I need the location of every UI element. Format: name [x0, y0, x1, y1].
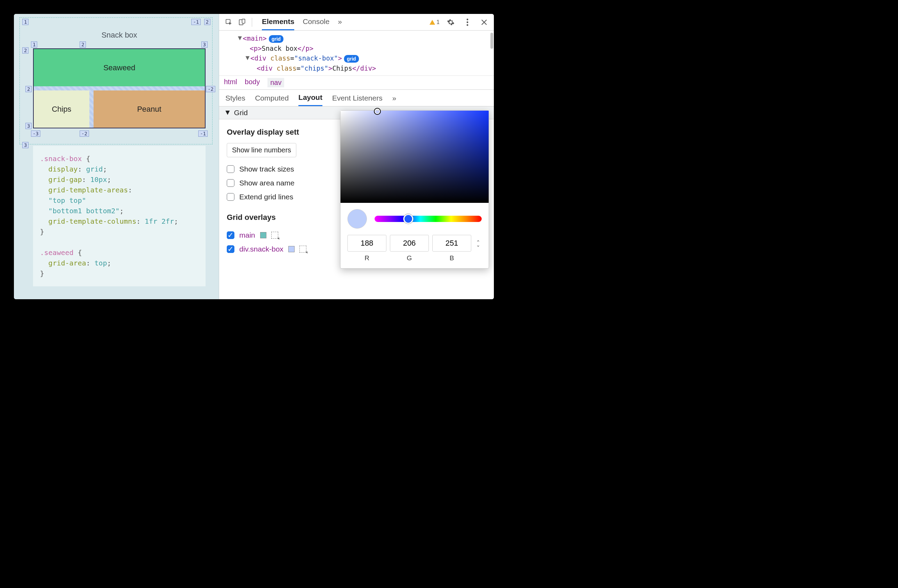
- overlay-color-swatch[interactable]: [288, 246, 295, 252]
- grid-cell-seaweed: Seaweed: [34, 49, 205, 86]
- checkbox[interactable]: [227, 165, 234, 173]
- dom-tag[interactable]: div: [260, 65, 272, 72]
- r-input[interactable]: 188: [348, 235, 386, 252]
- checkbox-label: Show area name: [239, 179, 295, 187]
- section-title: Grid: [234, 109, 248, 117]
- hue-slider[interactable]: [375, 216, 482, 222]
- devtools-window: 1 -1 2 2 3 Snack box 1 2 3 2 -2 3 -3 -2 …: [14, 14, 494, 299]
- disclosure-triangle-icon: ▼: [224, 108, 231, 117]
- scrollbar-thumb[interactable]: [491, 33, 493, 49]
- css-val: "bottom1 bottom2": [48, 207, 120, 215]
- g-input[interactable]: 206: [390, 235, 429, 252]
- dom-tag[interactable]: main: [247, 34, 263, 42]
- css-prop: display: [48, 165, 78, 173]
- checkbox[interactable]: ✓: [227, 245, 234, 253]
- svg-point-4: [467, 21, 469, 23]
- hue-row: [340, 203, 489, 235]
- b-label: B: [432, 254, 471, 262]
- r-label: R: [348, 254, 386, 262]
- sv-handle[interactable]: [374, 108, 381, 115]
- overlay-highlight-icon[interactable]: [271, 232, 278, 239]
- divider: [252, 18, 252, 27]
- settings-icon[interactable]: [445, 17, 456, 28]
- grid-marker: 1: [31, 42, 37, 48]
- svg-rect-2: [242, 19, 245, 23]
- breadcrumb-item-active[interactable]: nav: [268, 78, 284, 87]
- tab-event-listeners[interactable]: Event Listeners: [332, 91, 383, 106]
- css-prop: grid-area: [48, 259, 86, 267]
- overlay-highlight-icon[interactable]: [300, 246, 306, 252]
- checkbox[interactable]: [227, 179, 234, 187]
- breadcrumb-item[interactable]: html: [224, 78, 237, 87]
- dom-breadcrumb: html body nav: [219, 76, 494, 90]
- styles-subtabs: Styles Computed Layout Event Listeners »: [219, 90, 494, 106]
- color-mode-switcher[interactable]: ⌃⌄: [475, 241, 482, 246]
- b-input[interactable]: 251: [432, 235, 471, 252]
- tab-more[interactable]: »: [338, 14, 342, 30]
- g-label: G: [390, 254, 429, 262]
- overlay-element-link[interactable]: main: [239, 231, 255, 239]
- rgb-inputs: 188R 206G 251B ⌃⌄: [340, 235, 489, 268]
- warnings-badge[interactable]: 1: [429, 19, 440, 25]
- grid-marker: -2: [80, 131, 89, 137]
- css-val: "top top": [48, 196, 86, 205]
- grid-marker: -1: [198, 131, 208, 137]
- css-prop: grid-template-areas: [48, 186, 128, 194]
- css-selector: .snack-box: [40, 154, 82, 163]
- dom-tag[interactable]: div: [254, 54, 266, 62]
- color-preview-dot[interactable]: [348, 209, 367, 229]
- overlay-color-swatch[interactable]: [260, 232, 266, 238]
- grid-marker: 3: [22, 142, 29, 148]
- warnings-count: 1: [437, 19, 440, 25]
- expand-arrow-icon[interactable]: ▼: [238, 33, 243, 43]
- css-val: 10px: [91, 175, 107, 184]
- tab-computed[interactable]: Computed: [255, 91, 289, 106]
- line-numbers-select[interactable]: Show line numbers: [227, 143, 296, 157]
- checkbox-label: Show track sizes: [239, 165, 294, 173]
- grid-marker: -2: [206, 86, 215, 92]
- device-mode-icon[interactable]: [237, 17, 248, 28]
- grid-badge[interactable]: grid: [344, 55, 358, 63]
- page-preview-pane: 1 -1 2 2 3 Snack box 1 2 3 2 -2 3 -3 -2 …: [14, 14, 219, 299]
- grid-cell-peanut: Peanut: [94, 91, 205, 128]
- css-prop: grid-gap: [48, 175, 82, 184]
- expand-arrow-icon[interactable]: ▼: [246, 52, 251, 63]
- grid-badge[interactable]: grid: [269, 35, 283, 43]
- checkbox[interactable]: ✓: [227, 231, 234, 239]
- grid-marker: 1: [22, 19, 29, 25]
- devtools-toolbar: Elements Console » 1: [219, 14, 494, 31]
- dom-tag[interactable]: p: [254, 45, 257, 52]
- page-title: Snack box: [33, 31, 206, 40]
- grid-marker: -3: [31, 131, 40, 137]
- tab-styles[interactable]: Styles: [225, 91, 245, 106]
- tab-more[interactable]: »: [392, 91, 397, 106]
- hue-handle[interactable]: [403, 214, 413, 224]
- preview-content: Snack box 1 2 3 2 -2 3 -3 -2 -1 Seaweed …: [33, 31, 206, 286]
- saturation-value-field[interactable]: [340, 111, 489, 203]
- svg-point-5: [467, 24, 469, 26]
- css-selector: .seaweed: [40, 248, 73, 257]
- dom-tree[interactable]: ▼<main>grid <p>Snack box</p> ▼<div class…: [219, 31, 494, 76]
- grid-marker: 2: [80, 42, 86, 48]
- overlay-element-link[interactable]: div.snack-box: [239, 245, 283, 253]
- toolbar-right: 1: [429, 17, 490, 28]
- main-tabs: Elements Console »: [262, 14, 342, 30]
- warning-icon: [429, 20, 435, 25]
- color-picker: 188R 206G 251B ⌃⌄: [340, 110, 489, 269]
- devtools-pane: Elements Console » 1 ▼<main>grid <p>Snac…: [219, 14, 494, 299]
- css-code-block: .snack-box { display: grid; grid-gap: 10…: [33, 146, 206, 286]
- checkbox-label: Extend grid lines: [239, 193, 293, 201]
- close-icon[interactable]: [478, 17, 490, 28]
- tab-layout[interactable]: Layout: [298, 90, 322, 106]
- css-prop: grid-template-columns: [48, 217, 136, 225]
- checkbox[interactable]: [227, 193, 234, 201]
- inspect-icon[interactable]: [223, 17, 234, 28]
- tab-console[interactable]: Console: [303, 14, 329, 30]
- dom-text[interactable]: Snack box: [261, 45, 297, 52]
- grid-marker: 2: [25, 86, 32, 92]
- snack-box-grid: Seaweed Chips Peanut: [33, 48, 206, 128]
- breadcrumb-item[interactable]: body: [245, 78, 260, 87]
- tab-elements[interactable]: Elements: [262, 14, 294, 30]
- kebab-icon[interactable]: [462, 17, 473, 28]
- css-val: top: [95, 259, 107, 267]
